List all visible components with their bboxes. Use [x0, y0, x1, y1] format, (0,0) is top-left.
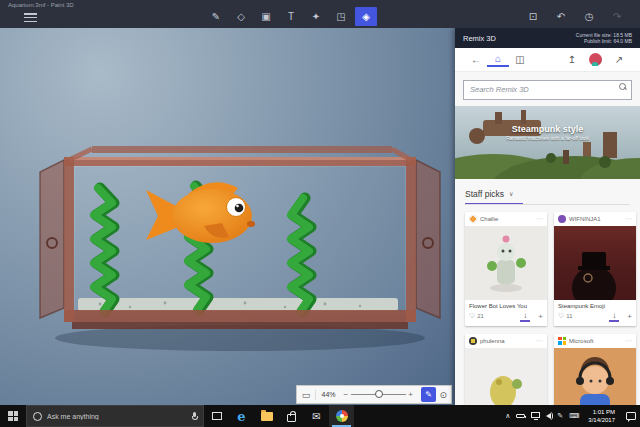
steampunk-banner[interactable]: Steampunk style Fantastic machines with … — [455, 106, 640, 179]
tank-glass — [74, 166, 406, 314]
volume-icon[interactable] — [546, 413, 551, 419]
undo-button[interactable]: ↶ — [552, 7, 570, 26]
more-icon[interactable]: ⋯ — [536, 215, 543, 223]
download-icon[interactable]: ↓ — [609, 311, 619, 322]
edge-button[interactable]: e — [229, 405, 254, 427]
zoom-in-button[interactable]: + — [406, 390, 416, 399]
store-button[interactable] — [279, 405, 304, 427]
remix-3d-button[interactable]: ◈ — [355, 7, 377, 26]
sticker-icon: ▣ — [261, 11, 270, 22]
more-icon[interactable]: ⋯ — [536, 337, 543, 345]
main-toolbar: ✎ ◇ ▣ T ✦ ◳ ◈ — [205, 7, 377, 26]
action-center-icon[interactable] — [626, 412, 636, 420]
avatar — [558, 215, 566, 223]
model-card-phulenna[interactable]: phulenna ⋯ — [465, 334, 547, 406]
eye-icon: ⊙ — [440, 390, 448, 400]
stickers-button[interactable]: ▣ — [255, 7, 277, 26]
zoom-to-fit-button[interactable]: ▭ — [297, 390, 316, 400]
art-tools-button[interactable]: ✎ — [205, 7, 227, 26]
card-image — [554, 348, 636, 406]
paint3d-window: Aquarium.3mf - Paint 3D ✎ ◇ ▣ T ✦ ◳ ◈ ⊡ … — [0, 0, 640, 427]
microphone-icon[interactable] — [192, 412, 197, 421]
canvas-button[interactable]: ◳ — [330, 7, 352, 26]
publish-limit: Publish limit: 64.0 MB — [576, 38, 632, 45]
envelope-icon: ✉ — [312, 411, 320, 422]
redo-icon: ↷ — [613, 11, 621, 22]
clock[interactable]: 1:01 PM 3/14/2017 — [585, 408, 618, 424]
user-avatar[interactable] — [589, 53, 602, 66]
zoom-toolbar: ▭ 44% − + ✎ ⊙ — [296, 385, 452, 404]
download-icon[interactable]: ↓ — [520, 311, 530, 322]
add-icon[interactable]: + — [627, 312, 632, 321]
upload-button[interactable]: ↥ — [561, 54, 583, 65]
staff-picks-dropdown[interactable]: Staff picks ∨ — [465, 189, 630, 199]
remix-panel-header: Remix 3D Current file size: 18.5 MB Publ… — [455, 28, 640, 48]
canvas-icon: ◳ — [336, 11, 345, 22]
sparkle-icon: ✦ — [312, 11, 320, 22]
fit-icon: ▭ — [302, 390, 311, 400]
redo-button[interactable]: ↷ — [608, 7, 626, 26]
more-icon[interactable]: ⋯ — [625, 215, 632, 223]
shopping-bag-icon — [287, 414, 296, 422]
windows-taskbar: Ask me anything e ✉ ∧ ✎ ⌨ 1:01 PM 3/14/2… — [0, 405, 640, 427]
chevron-up-icon[interactable]: ∧ — [505, 412, 510, 420]
upload-icon: ↥ — [568, 54, 576, 65]
battery-icon[interactable] — [516, 414, 525, 419]
zoom-slider[interactable] — [351, 394, 406, 395]
back-button[interactable]: ← — [465, 54, 487, 65]
paint-3d-button[interactable] — [329, 405, 354, 427]
zoom-out-button[interactable]: − — [341, 390, 351, 399]
cortana-search-box[interactable]: Ask me anything — [26, 405, 204, 427]
card-user: Challie — [480, 216, 533, 222]
edit-mode-button[interactable]: ✎ — [421, 387, 435, 402]
keyboard-icon[interactable]: ⌨ — [569, 412, 579, 420]
pen-icon[interactable]: ✎ — [557, 412, 563, 420]
history-icon: ◷ — [585, 11, 594, 22]
3d-shapes-button[interactable]: ◇ — [230, 7, 252, 26]
remix-3d-panel: Remix 3D Current file size: 18.5 MB Publ… — [455, 28, 640, 405]
text-button[interactable]: T — [280, 7, 302, 26]
mail-button[interactable]: ✉ — [304, 405, 329, 427]
search-input[interactable] — [463, 80, 632, 100]
card-title: Flower Bot Loves You — [465, 300, 547, 310]
menu-button[interactable] — [24, 13, 37, 22]
window-title: Aquarium.3mf - Paint 3D — [8, 2, 74, 8]
effects-button[interactable]: ✦ — [305, 7, 327, 26]
add-icon[interactable]: + — [538, 312, 543, 321]
folder-icon — [261, 412, 273, 421]
network-icon[interactable] — [531, 412, 540, 418]
home-tab[interactable]: ⌂ — [487, 53, 509, 67]
clock-date: 3/14/2017 — [588, 416, 615, 424]
model-card-steampunk-emoji[interactable]: WIFNINJA1 ⋯ Steampunk Emoji ♡ — [554, 212, 636, 326]
search-icon[interactable] — [619, 83, 626, 90]
card-image — [465, 348, 547, 406]
tank-back-rail — [92, 146, 392, 153]
model-card-microsoft[interactable]: Microsoft ⋯ — [554, 334, 636, 406]
paste-button[interactable]: ⊡ — [524, 7, 542, 26]
start-button[interactable] — [0, 405, 26, 427]
remix-search — [463, 78, 632, 100]
history-button[interactable]: ◷ — [580, 7, 598, 26]
boards-tab[interactable]: ◫ — [509, 54, 531, 65]
history-toolbar: ⊡ ↶ ◷ ↷ — [524, 7, 626, 26]
model-card-flower-bot[interactable]: Challie ⋯ Flower Bot Loves You ♡ 21 ↓ — [465, 212, 547, 326]
like-count: 21 — [477, 313, 520, 319]
drawing-canvas[interactable]: ▭ 44% − + ✎ ⊙ — [0, 28, 455, 405]
popout-button[interactable]: ↗ — [608, 54, 630, 65]
edge-icon: e — [237, 409, 245, 424]
back-arrow-icon: ← — [471, 54, 481, 65]
card-title: Steampunk Emoji — [554, 300, 636, 310]
title-bar: Aquarium.3mf - Paint 3D ✎ ◇ ▣ T ✦ ◳ ◈ ⊡ … — [0, 0, 640, 28]
task-view-button[interactable] — [204, 405, 229, 427]
remix-panel-title: Remix 3D — [463, 34, 496, 43]
banner-subtitle: Fantastic machines with a far-off look — [455, 135, 640, 141]
task-view-icon — [212, 412, 222, 420]
pencil-icon: ✎ — [425, 390, 432, 399]
heart-icon[interactable]: ♡ — [469, 312, 475, 320]
file-size-info: Current file size: 18.5 MB Publish limit… — [576, 32, 632, 45]
zoom-slider-thumb[interactable] — [375, 390, 383, 398]
more-icon[interactable]: ⋯ — [625, 337, 632, 345]
file-explorer-button[interactable] — [254, 405, 279, 427]
heart-icon[interactable]: ♡ — [558, 312, 564, 320]
view-mode-button[interactable]: ⊙ — [436, 390, 451, 400]
